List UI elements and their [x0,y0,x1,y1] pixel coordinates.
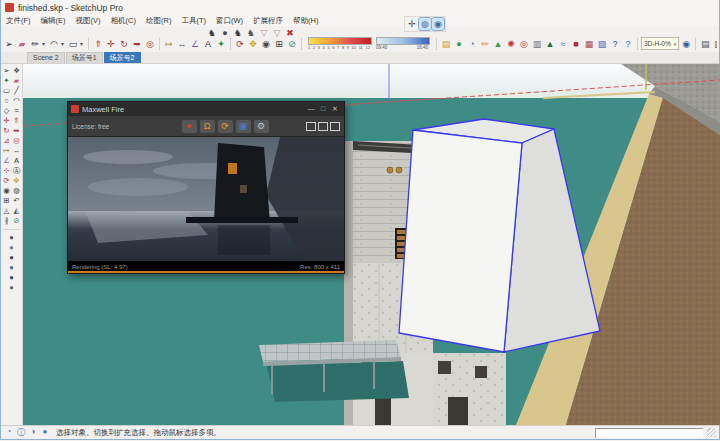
maxwell-options-button[interactable]: ● [7,283,17,293]
line-button-dropdown-icon[interactable]: ▾ [42,40,47,47]
maxwell-move-button[interactable]: ✛ [406,18,418,30]
maxwell-help-2-button[interactable]: ? [622,38,634,50]
render-size-large-button[interactable] [330,122,340,131]
maxwell-folder-button[interactable]: ▤ [440,38,452,50]
maxwell-globe-button[interactable]: ◔ [466,38,478,50]
eraser-button[interactable]: ▰ [16,38,28,50]
polygon-tool[interactable]: ◇ [2,106,12,116]
catalog-button[interactable]: ▥ [712,38,717,50]
maxwell-title-bar[interactable]: Maxwell Fire —□✕ [68,102,344,116]
shadow-date-slider[interactable] [308,37,372,45]
scene-tab-scene-2[interactable]: Scene 2 [27,52,65,63]
protractor-tool[interactable]: ∠ [2,156,12,166]
arc-tool[interactable]: ◠ [12,96,22,106]
push-pull-button[interactable]: ⇑ [92,38,104,50]
maxwell-dropper-button[interactable]: ✺ [505,38,517,50]
zoom-extents-tool[interactable]: ⊞ [2,196,12,206]
section-plane-tool[interactable]: ⊘ [12,216,22,226]
maxwell-close-button[interactable]: ✕ [329,105,341,113]
section-plane-button[interactable]: ⊘ [286,38,298,50]
rectangle-tool[interactable]: ▭ [2,86,12,96]
style-dropdown-arrows-icon[interactable]: ▾ [674,41,677,47]
scene-tab-场景号1[interactable]: 场景号1 [66,52,103,63]
maxwell-fire-button[interactable]: ◍ [419,18,431,30]
render-stop-button[interactable]: ● [182,120,197,133]
maxwell-fire-sphere-button[interactable]: ● [7,273,17,283]
offset-tool[interactable]: ◎ [12,136,22,146]
menu-item[interactable]: 工具(T) [176,16,211,26]
maxwell-pencil-button[interactable]: ✏ [479,38,491,50]
maxwell-material-button[interactable]: ■ [570,38,582,50]
circle-tool[interactable]: ○ [2,96,12,106]
line-tool[interactable]: ╱ [12,86,22,96]
maxwell-network-button[interactable]: ● [7,253,17,263]
menu-item[interactable]: 视图(V) [71,16,106,26]
dimension-button[interactable]: ↔ [176,38,188,50]
shadow-time-slider[interactable] [376,37,430,45]
zoom-button[interactable]: ◉ [260,38,272,50]
render-lock-button[interactable]: Ω [200,120,215,133]
dimension-tool[interactable]: ↔ [12,146,22,156]
menu-item[interactable]: 帮助(H) [288,16,323,26]
zoom-tool[interactable]: ◉ [2,186,12,196]
text-button[interactable]: A [202,38,214,50]
zoom-window-tool[interactable]: ◍ [12,186,22,196]
render-save-button[interactable]: ▣ [236,120,251,133]
maxwell-chart-button[interactable]: ▥ [531,38,543,50]
freehand-tool[interactable]: ≈ [12,106,22,116]
geolocation-icon[interactable]: ◑ [28,427,38,438]
scale-tool[interactable]: ⊿ [2,136,12,146]
pan-tool[interactable]: ✥ [12,176,22,186]
maxwell-minimize-button[interactable]: — [305,105,317,113]
select-button[interactable]: ➢ [3,38,15,50]
scene-tab-场景号2[interactable]: 场景号2 [104,52,141,63]
resize-grip-icon[interactable] [707,428,716,437]
rotate-button[interactable]: ↻ [118,38,130,50]
maxwell-waves-button[interactable]: ≈ [557,38,569,50]
style-sphere-button[interactable]: ◉ [680,38,692,50]
help-circle-icon[interactable]: ◔ [4,427,14,438]
maxwell-sphere-button[interactable]: ● [453,38,465,50]
maxwell-render-sphere-button[interactable]: ● [7,233,17,243]
menu-item[interactable]: 绘图(R) [141,16,176,26]
rotate-tool[interactable]: ↻ [2,126,12,136]
line-button[interactable]: ✏ [29,38,41,50]
maxwell-tree-button[interactable]: ▲ [544,38,556,50]
shapes-button-dropdown-icon[interactable]: ▾ [80,40,85,47]
3d-text-tool[interactable]: Ⓐ [12,166,22,176]
info-circle-icon[interactable]: ⓘ [16,427,26,438]
maxwell-box-button[interactable]: ▦ [583,38,595,50]
look-around-tool[interactable]: ◭ [12,206,22,216]
paint-bucket-button[interactable]: ✦ [215,38,227,50]
arc-button[interactable]: ◠ [48,38,60,50]
arc-button-dropdown-icon[interactable]: ▾ [61,40,66,47]
offset-button[interactable]: ◎ [144,38,156,50]
maxwell-help-1-button[interactable]: ? [609,38,621,50]
maxwell-fire-window[interactable]: Maxwell Fire —□✕ License: free ●Ω⟳▣⚙ [67,101,345,274]
measurements-box[interactable] [595,428,703,438]
protractor-button[interactable]: ∠ [189,38,201,50]
globe-icon[interactable]: ● [40,427,50,438]
render-settings-button[interactable]: ⚙ [254,120,269,133]
shapes-button[interactable]: ▭ [67,38,79,50]
tape-measure-tool[interactable]: ↦ [2,146,12,156]
menu-item[interactable]: 相机(C) [106,16,141,26]
make-component-tool[interactable]: ❖ [12,66,22,76]
pan-button[interactable]: ✥ [247,38,259,50]
menu-item[interactable]: 编辑(E) [36,16,71,26]
maxwell-materials-button[interactable]: ● [7,263,17,273]
maxwell-target-button[interactable]: ◎ [518,38,530,50]
maxwell-image-button[interactable]: ▧ [596,38,608,50]
move-button[interactable]: ✛ [105,38,117,50]
move-tool[interactable]: ✛ [2,116,12,126]
canopy[interactable] [259,340,409,402]
render-refresh-button[interactable]: ⟳ [218,120,233,133]
menu-item[interactable]: 窗口(W) [211,16,248,26]
print-button[interactable]: ▤ [699,38,711,50]
render-size-medium-button[interactable] [318,122,328,131]
select-tool[interactable]: ➢ [2,66,12,76]
tower-door-2[interactable] [448,397,468,425]
orbit-button[interactable]: ⟳ [234,38,246,50]
maxwell-render-button[interactable]: ◉ [432,18,444,30]
text-tool[interactable]: A [12,156,22,166]
